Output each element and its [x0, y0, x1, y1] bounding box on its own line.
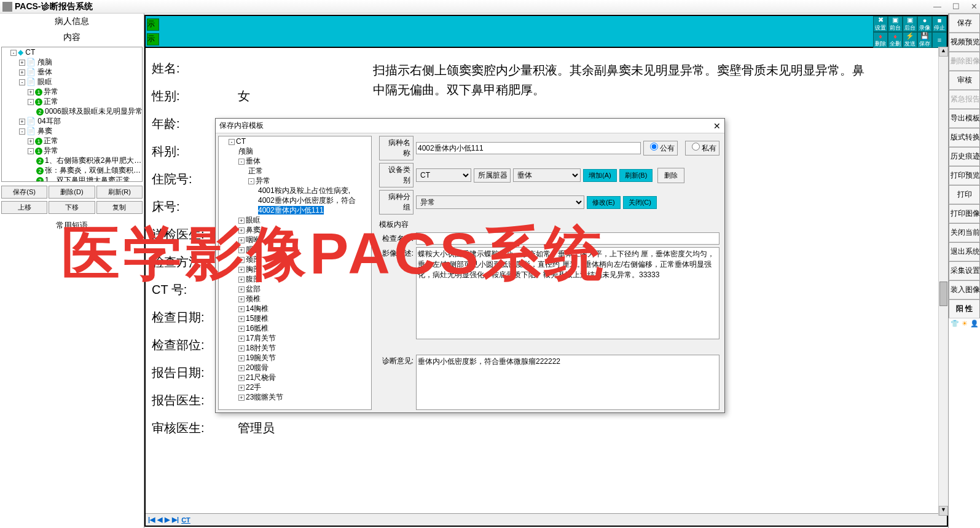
tab-nav-prev[interactable]: ◀ — [157, 516, 162, 524]
edit-button[interactable]: 修改(E) — [587, 196, 621, 209]
disease-group-select[interactable]: 异常 — [416, 195, 584, 209]
tree-moveup-button[interactable]: 上移 — [1, 201, 47, 214]
tree-leaf[interactable]: 2张：鼻窦炎，双侧上颌窦积… — [36, 165, 142, 175]
dlg-tree-node[interactable]: +颈椎 — [238, 294, 371, 304]
dlg-tree-node[interactable]: +17肩关节 — [238, 333, 371, 343]
dlg-tree-node[interactable]: +23髋髂关节 — [238, 392, 371, 402]
dlg-tree-node[interactable]: +18肘关节 — [238, 343, 371, 353]
tree-node[interactable]: -1正常 20006眼球及眼眶未见明显异常 — [28, 97, 142, 116]
dialog-close-icon[interactable]: ✕ — [713, 121, 721, 131]
tree-node[interactable]: +1正常 — [28, 136, 142, 146]
dlg-tree-node[interactable]: -异常 4001鞍内及鞍上占位性病变, 4002垂体内小低密度影，符合 4002… — [248, 176, 371, 215]
rbtn-format-convert[interactable]: 版式转换 — [949, 128, 980, 147]
rbtn-video-preview[interactable]: 视频预览 — [949, 33, 980, 52]
tb-send-icon[interactable]: ⚡发送 — [903, 32, 917, 48]
scroll-up-arrow[interactable]: ▲ — [939, 47, 948, 57]
disease-name-input[interactable] — [416, 142, 641, 154]
dlg-tree-node[interactable]: +眼眶 — [238, 215, 371, 225]
tree-node[interactable]: +📄 颅脑 — [19, 57, 142, 67]
rbtn-save[interactable]: 保存 — [949, 14, 980, 33]
tree-refresh-button[interactable]: 刷新(R) — [96, 186, 143, 199]
tb-delete-icon[interactable]: ♦删除 — [873, 32, 888, 48]
dlg-tree-node[interactable]: +22手 — [238, 382, 371, 392]
dlg-tree-node[interactable]: +19腕关节 — [238, 353, 371, 363]
tree-node[interactable]: +📄 垂体 — [19, 67, 142, 77]
rbtn-export-template[interactable]: 导出模板 — [949, 109, 980, 128]
dlg-tree-leaf[interactable]: 4001鞍内及鞍上占位性病变, — [258, 186, 371, 195]
tree-node[interactable]: -1异常 21、右侧筛窦积液2鼻甲肥大… 2张：鼻窦炎，双侧上颌窦积… 21、双… — [28, 146, 142, 182]
minimize-button[interactable]: — — [933, 2, 941, 11]
rbtn-audit[interactable]: 审核 — [949, 71, 980, 90]
tree-save-button[interactable]: 保存(S) — [1, 186, 47, 199]
tree-leaf[interactable]: 21、右侧筛窦积液2鼻甲肥大… — [36, 156, 142, 165]
dlg-tree-node[interactable]: +胸部 — [238, 264, 371, 274]
toolbar-green-button-1[interactable]: 示 — [147, 18, 159, 31]
public-radio[interactable]: 公有 — [643, 141, 678, 156]
rbtn-positive[interactable]: 阳 性 — [949, 299, 980, 318]
tab-ct[interactable]: CT — [181, 516, 190, 524]
tree-movedown-button[interactable]: 下移 — [49, 201, 95, 214]
report-scrollbar[interactable]: ▲ ▼ — [938, 47, 948, 516]
refresh-button[interactable]: 刷新(B) — [619, 169, 653, 182]
toolbar-green-button-2[interactable]: 示 — [147, 33, 159, 45]
head-icon[interactable]: 👤 — [970, 320, 979, 328]
rbtn-print-image[interactable]: 打印图像 — [949, 204, 980, 223]
rbtn-exit-system[interactable]: 退出系统 — [949, 242, 980, 261]
dlg-tree-node[interactable]: +20髋骨 — [238, 363, 371, 372]
sun-icon[interactable]: ☀ — [960, 320, 969, 328]
tb-stop-icon[interactable]: ■停止 — [932, 16, 947, 32]
rbtn-load-image[interactable]: 装入图像 — [949, 280, 980, 299]
dlg-tree-leaf[interactable]: 4002垂体内小低密度影，符合 — [258, 195, 371, 205]
dlg-tree-leaf-selected[interactable]: 4002垂体内小低111 — [258, 205, 371, 215]
tab-nav-first[interactable]: |◀ — [148, 516, 155, 524]
tree-delete-button[interactable]: 删除(D) — [49, 186, 95, 199]
rbtn-print[interactable]: 打印 — [949, 185, 980, 204]
delete-button[interactable]: 删除 — [657, 168, 684, 183]
dlg-tree-node[interactable]: +鼻窦 — [238, 225, 371, 235]
shirt-icon[interactable]: 👕 — [951, 320, 959, 328]
diagnosis-textarea[interactable] — [416, 355, 719, 410]
tb-record-icon[interactable]: ●录像 — [917, 16, 932, 32]
scroll-thumb[interactable] — [939, 282, 947, 306]
tb-back-icon[interactable]: ▣后台 — [903, 16, 917, 32]
add-button[interactable]: 增加(A) — [583, 169, 617, 182]
dlg-tree-node[interactable]: +腹部 — [238, 274, 371, 284]
dlg-tree-node[interactable]: +颈部 — [238, 254, 371, 264]
scroll-down-arrow[interactable]: ▼ — [939, 506, 948, 516]
rbtn-print-preview[interactable]: 打印预览 — [949, 166, 980, 185]
dlg-tree-node[interactable]: +16骶椎 — [238, 323, 371, 333]
rbtn-capture-settings[interactable]: 采集设置 — [949, 261, 980, 280]
tb-settings-icon[interactable]: ✖设置 — [873, 16, 888, 32]
organ-select[interactable]: 垂体 — [513, 168, 581, 182]
dlg-tree-node[interactable]: -垂体 正常 -异常 4001鞍内及鞍上占位性病变, 4002垂体内小低密度影，… — [238, 156, 371, 215]
tb-front-icon[interactable]: ▣前台 — [888, 16, 903, 32]
maximize-button[interactable]: ☐ — [952, 2, 960, 11]
close-button[interactable]: ✕ — [971, 2, 978, 11]
tb-save-icon[interactable]: 💾保存 — [917, 32, 932, 48]
dlg-tree-node[interactable]: +21尺桡骨 — [238, 372, 371, 382]
rbtn-close-current[interactable]: 关闭当前 — [949, 223, 980, 242]
dlg-tree-node[interactable]: 正常 — [248, 166, 371, 176]
private-radio[interactable]: 私有 — [685, 141, 719, 156]
dlg-tree-node[interactable]: +14胸椎 — [238, 304, 371, 313]
tb-deleteall-icon[interactable]: ♦全删 — [888, 32, 903, 48]
tree-node[interactable]: -📄 眼眶 +1异常 -1正常 20006眼球及眼眶未见明显异常 — [19, 77, 142, 116]
dialog-tree[interactable]: -CT 颅脑 -垂体 正常 -异常 4001鞍内及鞍上占位性病变, 4002垂体… — [218, 136, 372, 410]
rbtn-history[interactable]: 历史痕迹 — [949, 147, 980, 166]
dlg-tree-node[interactable]: 颅脑 — [238, 146, 371, 156]
tree-copy-button[interactable]: 复制 — [96, 201, 143, 214]
tree-leaf[interactable]: 20006眼球及眼眶未见明显异常 — [36, 106, 142, 116]
template-tree[interactable]: -◆ CT +📄 颅脑 +📄 垂体 -📄 眼眶 +1异常 -1正常 20006眼… — [1, 47, 143, 182]
tb-extra-icon[interactable]: ≡ — [932, 32, 947, 48]
dlg-tree-node[interactable]: +盆部 — [238, 284, 371, 294]
tree-leaf[interactable]: 21、双下鼻甲增大鼻窦正常 — [36, 175, 142, 182]
tree-node[interactable]: +1异常 — [28, 87, 142, 97]
tree-node[interactable]: -📄 鼻窦 +1正常 -1异常 21、右侧筛窦积液2鼻甲肥大… 2张：鼻窦炎，双… — [19, 126, 142, 182]
rbtn-urgent-report[interactable]: 紧急报告 — [949, 90, 980, 109]
tree-node[interactable]: +📄 04耳部 — [19, 116, 142, 126]
rbtn-delete-image[interactable]: 删除图像 — [949, 52, 980, 71]
tab-nav-last[interactable]: ▶| — [172, 516, 179, 524]
device-type-select[interactable]: CT — [416, 168, 471, 182]
dlg-tree-node[interactable]: +咽喉 — [238, 235, 371, 245]
tab-nav-next[interactable]: ▶ — [165, 516, 170, 524]
